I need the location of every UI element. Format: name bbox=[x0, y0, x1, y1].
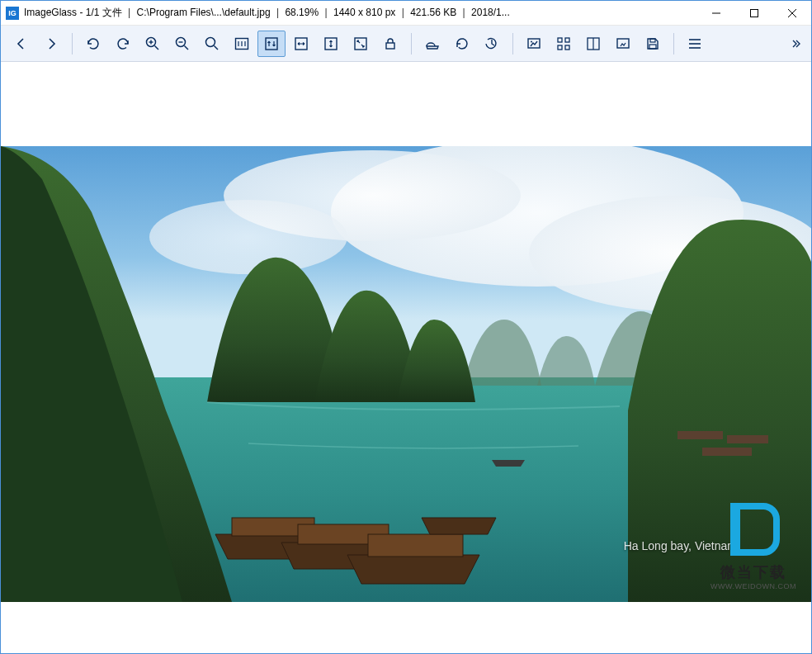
goto-image-button[interactable] bbox=[478, 31, 506, 57]
next-image-button[interactable] bbox=[37, 31, 65, 57]
svg-rect-21 bbox=[558, 38, 562, 42]
title-counter: 1/1 文件 bbox=[86, 7, 122, 18]
app-icon: IG bbox=[6, 7, 19, 20]
checkerboard-icon bbox=[585, 36, 602, 52]
fit-horizontal-icon bbox=[293, 36, 309, 52]
fit-horizontal-button[interactable] bbox=[287, 31, 315, 57]
toolbar-overflow-button[interactable] bbox=[788, 39, 805, 49]
zoom-tool-button[interactable] bbox=[198, 31, 226, 57]
toolbar-separator bbox=[512, 33, 513, 54]
titlebar[interactable]: IG ImageGlass - 1/1 文件 | C:\Program File… bbox=[1, 1, 811, 26]
lock-icon bbox=[382, 36, 399, 52]
window-title: ImageGlass - 1/1 文件 | C:\Program Files\.… bbox=[24, 6, 697, 20]
close-button[interactable] bbox=[773, 1, 811, 26]
watermark-text: 微当下载 bbox=[710, 562, 796, 582]
window-controls bbox=[697, 1, 811, 25]
goto-icon bbox=[484, 36, 500, 52]
title-dimensions: 1440 x 810 px bbox=[333, 7, 395, 18]
zoom-in-button[interactable] bbox=[139, 31, 167, 57]
close-icon bbox=[788, 9, 796, 17]
fit-width-icon bbox=[323, 36, 339, 52]
svg-rect-41 bbox=[368, 534, 463, 557]
minimize-icon bbox=[712, 9, 720, 17]
toolbar-separator bbox=[673, 33, 674, 54]
refresh-icon bbox=[454, 36, 470, 52]
fullscreen-button[interactable] bbox=[609, 31, 637, 57]
svg-rect-28 bbox=[650, 39, 655, 42]
svg-line-5 bbox=[155, 45, 159, 50]
magnifier-icon bbox=[204, 36, 220, 52]
watermark-url: WWW.WEIDOWN.COM bbox=[710, 582, 796, 590]
svg-rect-1 bbox=[751, 10, 758, 17]
previous-image-button[interactable] bbox=[7, 31, 35, 57]
app-window: IG ImageGlass - 1/1 文件 | C:\Program File… bbox=[0, 0, 812, 654]
title-sep: | bbox=[128, 7, 130, 18]
watermark: 微当下载 WWW.WEIDOWN.COM bbox=[710, 500, 796, 590]
svg-rect-22 bbox=[565, 38, 569, 42]
minimize-button[interactable] bbox=[697, 1, 735, 26]
menu-button[interactable] bbox=[681, 31, 709, 57]
chevron-double-right-icon bbox=[791, 39, 801, 49]
svg-rect-14 bbox=[266, 38, 277, 50]
toolbar-separator bbox=[72, 33, 73, 54]
maximize-button[interactable] bbox=[735, 1, 773, 26]
fit-window-icon bbox=[352, 36, 369, 52]
svg-rect-43 bbox=[727, 435, 768, 443]
title-sep: | bbox=[402, 7, 404, 18]
fit-width-button[interactable] bbox=[317, 31, 345, 57]
svg-rect-17 bbox=[355, 38, 366, 50]
svg-line-12 bbox=[215, 45, 219, 50]
image-viewport[interactable]: Ha Long bay, Vietnam 微当下载 WWW.WEIDOWN.CO… bbox=[1, 62, 811, 653]
svg-line-9 bbox=[185, 45, 189, 50]
thumbnails-icon bbox=[555, 36, 572, 52]
title-sep: | bbox=[463, 7, 465, 18]
title-sep: | bbox=[324, 7, 327, 18]
slideshow-button[interactable] bbox=[520, 31, 548, 57]
checkerboard-button[interactable] bbox=[579, 31, 607, 57]
thumbnails-button[interactable] bbox=[550, 31, 578, 57]
svg-point-20 bbox=[531, 40, 532, 42]
watermark-logo-icon bbox=[724, 500, 783, 559]
svg-point-11 bbox=[206, 37, 215, 46]
actual-size-icon bbox=[234, 36, 250, 52]
open-file-button[interactable] bbox=[418, 31, 446, 57]
svg-rect-29 bbox=[649, 45, 656, 49]
save-button[interactable] bbox=[639, 31, 667, 57]
rotate-ccw-button[interactable] bbox=[79, 31, 107, 57]
title-app: ImageGlass bbox=[24, 7, 77, 18]
chevron-left-icon bbox=[14, 36, 29, 51]
chevron-right-icon bbox=[44, 36, 59, 51]
fit-window-button[interactable] bbox=[347, 31, 375, 57]
svg-point-37 bbox=[149, 200, 347, 274]
title-sep: | bbox=[276, 7, 279, 18]
title-sep: - bbox=[79, 7, 85, 18]
svg-rect-44 bbox=[702, 448, 752, 456]
fullscreen-icon bbox=[615, 36, 631, 52]
hamburger-icon bbox=[687, 36, 703, 52]
zoom-out-button[interactable] bbox=[168, 31, 196, 57]
fit-height-icon bbox=[263, 36, 280, 52]
svg-rect-27 bbox=[617, 39, 629, 48]
title-date: 2018/1... bbox=[471, 7, 510, 18]
rotate-cw-button[interactable] bbox=[109, 31, 137, 57]
maximize-icon bbox=[750, 9, 758, 17]
title-zoom: 68.19% bbox=[285, 7, 319, 18]
toolbar-separator bbox=[411, 33, 412, 54]
image-rendering bbox=[1, 146, 811, 602]
svg-rect-23 bbox=[558, 45, 562, 50]
toolbar bbox=[1, 26, 811, 62]
title-path: C:\Program Files\...\default.jpg bbox=[137, 7, 271, 18]
svg-rect-45 bbox=[734, 506, 740, 552]
svg-rect-42 bbox=[677, 431, 723, 439]
svg-rect-18 bbox=[386, 43, 394, 49]
zoom-out-icon bbox=[174, 36, 191, 52]
rotate-ccw-icon bbox=[85, 36, 102, 52]
displayed-image: Ha Long bay, Vietnam 微当下载 WWW.WEIDOWN.CO… bbox=[1, 146, 811, 602]
zoom-in-icon bbox=[144, 36, 161, 52]
open-icon bbox=[424, 36, 441, 52]
rotate-cw-icon bbox=[115, 36, 131, 52]
lock-zoom-button[interactable] bbox=[376, 31, 404, 57]
refresh-button[interactable] bbox=[448, 31, 476, 57]
actual-size-button[interactable] bbox=[228, 31, 256, 57]
fit-height-button[interactable] bbox=[257, 31, 286, 57]
